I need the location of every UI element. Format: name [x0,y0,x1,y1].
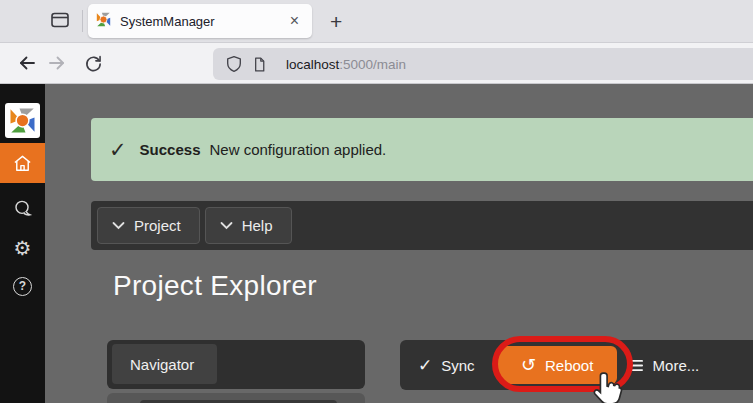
navigator-body-panel [107,393,365,403]
url-path: :5000/main [339,57,406,72]
hamburger-icon [627,359,644,372]
tab-separator [82,10,83,32]
shield-icon[interactable] [225,55,243,73]
sync-button-label: Sync [441,357,474,374]
project-menu-label: Project [134,217,181,234]
app-sidebar: ⚙ ? [0,84,45,403]
more-button[interactable]: More... [627,357,700,374]
url-text: localhost:5000/main [286,57,406,72]
chevron-down-icon [220,221,233,230]
browser-tab-strip: SystemManager × + [0,0,753,43]
new-tab-button[interactable]: + [324,11,348,32]
sidebar-item-settings[interactable]: ⚙ [0,228,45,268]
alert-message: New configuration applied. [210,141,387,158]
reboot-button-label: Reboot [545,357,593,374]
pinwheel-logo-icon [9,107,36,134]
app-logo [5,103,40,138]
tab-overview-button[interactable] [48,9,72,33]
alert-title: Success [140,141,201,158]
forward-icon [47,53,67,73]
tab-overview-icon [49,9,71,34]
forward-button[interactable] [42,48,72,78]
help-icon: ? [13,277,32,296]
page-title: Project Explorer [113,270,317,302]
browser-tab[interactable]: SystemManager × [88,4,312,38]
favicon [96,12,111,31]
check-icon: ✓ [418,357,432,374]
tab-navigator[interactable]: Navigator [112,344,217,384]
tab-title: SystemManager [120,14,285,29]
gear-icon: ⚙ [14,238,32,258]
url-bar[interactable]: localhost:5000/main [213,48,753,80]
page-info-icon[interactable] [251,56,268,73]
browser-toolbar: localhost:5000/main [0,43,753,84]
more-button-label: More... [653,357,700,374]
reboot-icon: ↺ [521,356,536,374]
sync-button[interactable]: ✓ Sync [418,357,475,374]
tab-close-icon[interactable]: × [285,11,304,31]
back-icon [17,53,37,73]
actions-toolbar: ✓ Sync ↺ Reboot More... [400,340,753,390]
help-menu-button[interactable]: Help [205,207,292,244]
sidebar-item-home[interactable] [0,143,45,183]
project-menu-button[interactable]: Project [97,207,200,244]
navigator-panel: Navigator [107,340,365,389]
success-banner: ✓ Success New configuration applied. [91,118,753,181]
help-menu-label: Help [242,217,273,234]
reload-button[interactable] [78,48,108,78]
sidebar-item-messages[interactable] [0,188,45,228]
menu-bar: Project Help [91,201,753,250]
browser-window: SystemManager × + [0,0,753,403]
chat-icon [12,198,33,219]
check-icon: ✓ [109,138,127,162]
reboot-button[interactable]: ↺ Reboot [498,346,617,384]
page-content: ⚙ ? ✓ Success New configuration applied.… [0,84,753,403]
home-icon [12,153,33,174]
sidebar-item-help[interactable]: ? [0,266,45,306]
back-button[interactable] [12,48,42,78]
url-host: localhost [286,57,339,72]
chevron-down-icon [112,221,125,230]
reload-icon [84,54,103,73]
